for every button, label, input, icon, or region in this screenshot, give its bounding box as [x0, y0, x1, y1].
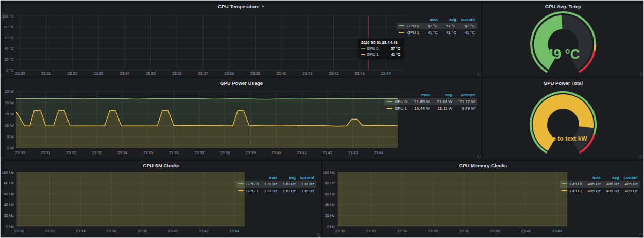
panel-header-gpu-temperature[interactable]: GPU Temperature ▼: [2, 2, 481, 11]
gauge-value-text: 49 °C: [546, 46, 580, 62]
gpu-sm-clocks-legend: maxavgcurrentGPU 0139 Hz139 Hz139 HzGPU …: [236, 174, 316, 194]
gpu-power-total-gauge: range to text kW: [483, 88, 643, 159]
y-axis-label: 100 Hz: [323, 170, 335, 175]
x-axis-label: 23:34: [120, 71, 129, 76]
legend-series-gpu-1[interactable]: GPU 1139 Hz139 Hz139 Hz: [236, 188, 316, 194]
gpu-avg-temp-gauge: 49 °C: [483, 11, 643, 77]
y-axis-label: 10 W: [5, 123, 14, 128]
panel-title: GPU Power Usage: [220, 80, 263, 86]
legend-series-name[interactable]: GPU 1: [407, 30, 419, 35]
y-axis-label: 20 Hz: [325, 213, 335, 218]
legend-series-gpu-0[interactable]: GPU 0405 Hz405 Hz405 Hz: [560, 181, 640, 188]
legend-series-name[interactable]: GPU 1: [570, 189, 582, 193]
panel-body: 0 W5 W10 W15 W20 W25 W23:3023:3123:3223:…: [2, 88, 481, 159]
legend-value: 21.86 W: [409, 98, 432, 105]
legend-value: 139 Hz: [261, 188, 279, 194]
panel-title: GPU Power Total: [544, 80, 583, 86]
legend-value: 11.11 W: [432, 105, 454, 112]
x-axis-label: 23:41: [297, 150, 307, 155]
x-axis-label: 23:44: [374, 150, 384, 155]
y-axis-label: 80 °C: [4, 25, 14, 29]
legend-col-avg: avg: [432, 92, 454, 98]
y-axis-label: 100 °C: [2, 14, 14, 19]
x-axis-label: 23:30: [14, 229, 24, 233]
y-axis-label: 60 °C: [4, 36, 14, 40]
gauge-value-text: range to text kW: [539, 135, 587, 142]
panel-header-gpu-sm-clocks[interactable]: GPU SM Clocks: [2, 161, 321, 170]
legend-table: maxavgcurrentGPU 0139 Hz139 Hz139 HzGPU …: [236, 174, 316, 194]
series-color-dash: [386, 108, 392, 109]
x-axis-label: 23:42: [521, 229, 531, 233]
x-axis-label: 23:36: [428, 229, 438, 233]
panel-title: GPU Memory Clocks: [459, 163, 507, 168]
x-axis-label: 23:40: [272, 150, 281, 155]
legend-series-gpu-1[interactable]: GPU 116.44 W11.11 W9.79 W: [384, 105, 477, 112]
x-axis-label: 23:31: [41, 150, 50, 155]
legend-value: 41 °C: [421, 29, 440, 36]
x-axis-label: 23:32: [366, 229, 376, 233]
legend-value: 139 Hz: [279, 181, 298, 188]
y-axis-label: 5 W: [7, 134, 14, 139]
panel-header-gpu-avg-temp[interactable]: GPU Avg. Temp: [483, 2, 643, 11]
legend-col-current: current: [459, 16, 477, 23]
panel-header-gpu-power-usage[interactable]: GPU Power Usage: [2, 78, 481, 88]
x-axis-label: 23:36: [172, 71, 182, 76]
grafana-dashboard: GPU Temperature ▼ 0 °C20 °C40 °C60 °C80 …: [0, 0, 644, 238]
legend-value: 405 Hz: [584, 188, 603, 194]
panel-header-gpu-power-total[interactable]: GPU Power Total: [483, 78, 643, 88]
y-axis-label: 80 Hz: [4, 181, 14, 185]
legend-series-name[interactable]: GPU 0: [246, 182, 259, 186]
legend-value: 139 Hz: [279, 188, 298, 194]
x-axis-label: 23:37: [198, 71, 208, 76]
legend-value: 139 Hz: [298, 188, 316, 194]
series-color-dash: [562, 183, 567, 184]
legend-header-row: maxavgcurrent: [384, 92, 477, 98]
x-axis-label: 23:43: [355, 71, 365, 76]
panel-title: GPU Avg. Temp: [545, 4, 581, 9]
x-axis-label: 23:36: [107, 229, 116, 233]
x-axis-label: 23:40: [490, 229, 500, 233]
y-axis-label: 20 °C: [4, 57, 14, 62]
series-color-dash: [238, 190, 244, 191]
series-color-dash: [238, 183, 244, 184]
series-fill-gpu-1: [17, 170, 245, 226]
y-axis-label: 20 W: [5, 100, 14, 105]
legend-header-row: maxavgcurrent: [236, 174, 316, 181]
x-axis-label: 23:44: [230, 229, 240, 233]
legend-col-max: max: [409, 92, 432, 98]
legend-series-name[interactable]: GPU 0: [407, 24, 419, 28]
x-axis-label: 23:30: [15, 150, 25, 155]
legend-col-max: max: [584, 174, 603, 181]
x-axis-label: 23:42: [323, 150, 332, 155]
legend-series-name[interactable]: GPU 1: [395, 106, 407, 111]
legend-header-row: maxavgcurrent: [397, 16, 477, 23]
legend-series-name[interactable]: GPU 0: [395, 99, 407, 104]
legend-value: 21.77 W: [454, 98, 477, 105]
panel-gpu-avg-temp: GPU Avg. Temp 49 °C: [483, 2, 643, 77]
legend-value: 139 Hz: [298, 181, 316, 188]
panel-header-gpu-memory-clocks[interactable]: GPU Memory Clocks: [323, 161, 643, 170]
series-color-dash: [399, 32, 404, 33]
legend-value: 57 °C: [459, 23, 477, 29]
chevron-down-icon: ▼: [261, 5, 265, 8]
x-axis-label: 23:33: [94, 71, 104, 76]
legend-col-max: max: [421, 16, 440, 23]
legend-series-name[interactable]: GPU 1: [246, 189, 259, 193]
y-axis-label: 40 Hz: [4, 202, 14, 207]
legend-value: 9.79 W: [454, 105, 477, 112]
legend-col-current: current: [621, 174, 640, 181]
series-color-dash: [361, 48, 365, 49]
legend-series-gpu-0[interactable]: GPU 0139 Hz139 Hz139 Hz: [236, 181, 316, 188]
legend-series-gpu-1[interactable]: GPU 1405 Hz405 Hz405 Hz: [560, 188, 640, 194]
x-axis-label: 23:30: [15, 71, 25, 76]
x-axis-label: 23:37: [195, 150, 205, 155]
legend-series-gpu-0[interactable]: GPU 021.86 W21.68 W21.77 W: [384, 98, 477, 105]
panel-body: 49 °C: [483, 11, 643, 77]
legend-series-gpu-0[interactable]: GPU 057 °C57 °C57 °C: [397, 23, 477, 29]
legend-series-gpu-1[interactable]: GPU 141 °C41 °C41 °C: [397, 29, 477, 36]
x-axis-label: 23:33: [92, 150, 102, 155]
legend-series-name[interactable]: GPU 0: [570, 182, 582, 186]
x-axis-label: 23:32: [45, 229, 55, 233]
y-axis-label: 100 Hz: [2, 170, 14, 175]
panel-title: GPU Temperature: [218, 4, 259, 9]
